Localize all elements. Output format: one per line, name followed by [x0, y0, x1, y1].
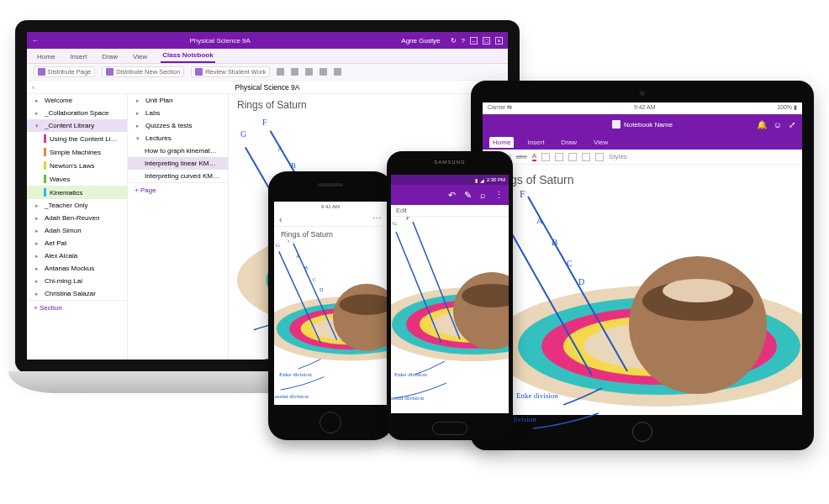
back-button[interactable]: ‹	[279, 214, 282, 224]
section-item[interactable]: ▸Adah Simon	[27, 224, 127, 237]
ring-label-a: A	[536, 215, 543, 225]
indent-icon[interactable]	[582, 153, 590, 161]
user-name[interactable]: Agne Gustye	[401, 37, 440, 45]
tab-view[interactable]: View	[131, 51, 149, 63]
page-item[interactable]: Interpreting linear KM…	[128, 157, 228, 170]
android-note-canvas[interactable]: G F Enke division Cassini division	[391, 217, 509, 413]
ring-label-a: A	[296, 254, 299, 259]
maximize-button[interactable]: □	[483, 37, 490, 45]
section-label: _Content Library	[45, 122, 94, 129]
tab-class-notebook[interactable]: Class Notebook	[161, 50, 214, 63]
ring-label-b: B	[291, 161, 296, 170]
add-section-button[interactable]: + Section	[27, 300, 127, 315]
tab-draw[interactable]: Draw	[557, 137, 580, 148]
help-icon[interactable]: ?	[462, 37, 465, 45]
ribbon-tabs: Home Insert Draw View Class Notebook	[27, 49, 508, 64]
section-label: Christina Salazar	[45, 290, 96, 297]
chevron-icon: ▸	[136, 110, 142, 117]
annotation-cassini: Cassini division	[274, 393, 309, 400]
distribute-section-button[interactable]: Distribute New Section	[102, 66, 184, 77]
page-item[interactable]: ▾Lectures	[128, 132, 228, 144]
saturn-drawing	[483, 186, 802, 438]
section-item[interactable]: ▸_Teacher Only	[27, 199, 127, 212]
section-item[interactable]: ▸Antanas Mockus	[27, 262, 127, 275]
section-item[interactable]: ▸_Collaboration Space	[27, 107, 127, 119]
section-item[interactable]: Kinematics	[27, 186, 127, 199]
add-page-button[interactable]: + Page	[128, 182, 228, 197]
distribute-page-button[interactable]: Distribute Page	[34, 66, 95, 77]
section-label: Newton's Laws	[50, 162, 95, 170]
tablet-note-canvas[interactable]: Rings of Saturn G F A B C D Enke div	[483, 165, 802, 415]
notebook-name[interactable]: Notebook Name	[624, 121, 673, 129]
page-item[interactable]: Interpreting curved KM…	[128, 170, 228, 182]
section-item[interactable]: ▸Welcome	[27, 94, 127, 107]
tab-draw[interactable]: Draw	[100, 51, 119, 63]
edit-button[interactable]: Edit	[396, 207, 407, 214]
iphone-note-canvas[interactable]: G F A B C D Enke division Cassini divisi…	[274, 240, 387, 405]
ribbon-tool-icon[interactable]	[305, 68, 313, 76]
tablet-header: Notebook Name 🔔 ☺ ⤢	[483, 114, 802, 134]
expand-icon[interactable]: ⤢	[789, 120, 795, 129]
more-icon[interactable]: ⋮	[494, 190, 504, 201]
section-item[interactable]: ▸Aet Pat	[27, 237, 127, 249]
tab-home[interactable]: Home	[35, 51, 56, 63]
tab-insert[interactable]: Insert	[68, 51, 88, 63]
review-work-button[interactable]: Review Student Work	[191, 66, 270, 77]
styles-dropdown[interactable]: Styles	[609, 153, 627, 160]
section-item[interactable]: Waves	[27, 172, 127, 186]
close-button[interactable]: ×	[495, 37, 503, 45]
more-button[interactable]: ⋯	[372, 213, 382, 224]
undo-icon[interactable]: ↶	[448, 190, 456, 201]
page-item[interactable]: ▸Quizzes & tests	[128, 119, 228, 132]
tab-view[interactable]: View	[590, 137, 611, 148]
section-label: Waves	[50, 176, 70, 183]
page-label: Unit Plan	[145, 97, 172, 104]
tab-insert[interactable]: Insert	[524, 137, 547, 148]
section-item[interactable]: ▸Alex Alcala	[27, 249, 127, 262]
bullet-list-icon[interactable]	[541, 153, 550, 161]
iphone-device: 9:41 AM ‹ ⋯ Rings of Saturn G F A	[268, 171, 393, 440]
home-button[interactable]	[632, 422, 652, 442]
number-list-icon[interactable]	[555, 153, 563, 161]
ribbon-tool-icon[interactable]	[291, 68, 298, 76]
home-button[interactable]	[432, 422, 467, 435]
chevron-left-icon[interactable]: ‹	[32, 83, 34, 92]
notebook-header[interactable]: ‹ Physical Science 9A ⌄	[27, 81, 508, 94]
section-label: Alex Alcala	[45, 252, 77, 260]
notebook-icon[interactable]	[612, 120, 620, 129]
strike-button[interactable]: abc	[516, 153, 527, 160]
section-item[interactable]: Newton's Laws	[27, 159, 127, 172]
ribbon-tool-icon[interactable]	[334, 68, 341, 76]
section-label: Chi-ming Lai	[45, 277, 82, 285]
home-button[interactable]	[319, 412, 341, 433]
back-icon[interactable]: ←	[32, 37, 39, 45]
section-item[interactable]: ▸Christina Salazar	[27, 287, 127, 300]
wifi-icon: ◢	[480, 177, 484, 183]
page-item[interactable]: ▸Unit Plan	[128, 94, 228, 107]
search-icon[interactable]: ⌕	[480, 190, 486, 200]
pen-icon[interactable]: ✎	[464, 190, 472, 201]
chevron-icon: ▸	[35, 110, 41, 117]
sync-icon[interactable]: ↻	[451, 37, 457, 45]
section-item[interactable]: ▸Adah Ben-Reuven	[27, 212, 127, 224]
ribbon-tool-icon[interactable]	[277, 68, 284, 76]
section-item[interactable]: Simple Machines	[27, 145, 127, 159]
align-icon[interactable]	[595, 153, 604, 161]
tab-home[interactable]: Home	[489, 137, 514, 148]
android-statusbar: ▮ ◢ 2:30 PM	[391, 175, 509, 185]
page-item[interactable]: How to graph kinemat…	[128, 144, 228, 157]
minimize-button[interactable]: –	[470, 37, 478, 45]
chevron-icon: ▾	[35, 123, 41, 129]
page-title: Rings of Saturn	[493, 173, 792, 186]
section-item[interactable]: ▾_Content Library	[27, 119, 127, 132]
svg-point-16	[629, 256, 767, 394]
ribbon-tool-icon[interactable]	[319, 68, 327, 76]
bell-icon[interactable]: 🔔	[757, 120, 767, 129]
page-item[interactable]: ▸Labs	[128, 107, 228, 119]
user-icon[interactable]: ☺	[774, 120, 782, 129]
outdent-icon[interactable]	[568, 153, 577, 161]
section-item[interactable]: Using the Content Li…	[27, 132, 127, 145]
section-item[interactable]: ▸Chi-ming Lai	[27, 275, 127, 287]
font-color-button[interactable]: A	[532, 152, 536, 161]
ring-label-d: D	[319, 287, 323, 292]
